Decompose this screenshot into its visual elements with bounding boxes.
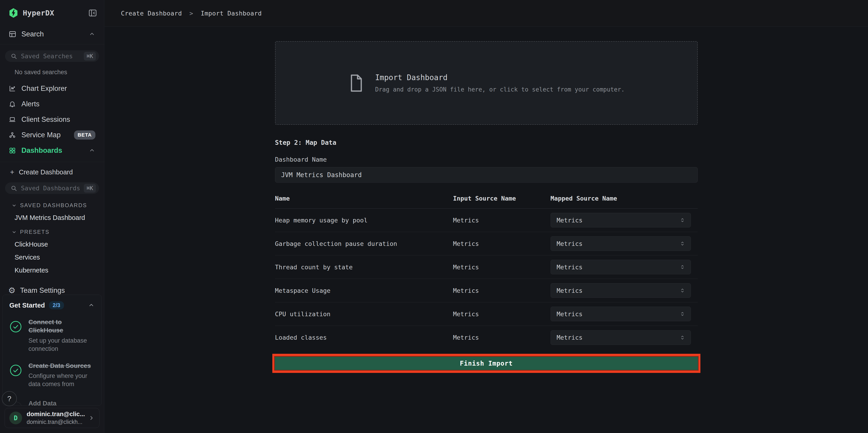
sidebar-item-services[interactable]: Services [14, 254, 104, 261]
table-row: Heap memory usage by pool Metrics Metric… [275, 209, 698, 232]
bell-icon [9, 100, 17, 108]
column-header-name: Name [275, 195, 453, 202]
sidebar-section-search[interactable]: Search [0, 30, 104, 38]
select-value: Metrics [557, 240, 583, 247]
import-dropzone[interactable]: Import Dashboard Drag and drop a JSON fi… [275, 41, 698, 125]
chevron-up-icon [89, 147, 95, 154]
breadcrumb-separator: > [189, 10, 193, 17]
saved-dashboards-group[interactable]: SAVED DASHBOARDS [11, 202, 104, 209]
get-started-header[interactable]: Get Started 2/3 [9, 301, 95, 309]
hyperdx-logo-icon [9, 8, 18, 18]
get-started-item-title: Add Data [28, 399, 95, 406]
get-started-item-subtitle: Configure where your data comes from [28, 372, 95, 389]
main-content: Import Dashboard Drag and drop a JSON fi… [104, 27, 868, 433]
row-name: Heap memory usage by pool [275, 217, 453, 224]
select-value: Metrics [557, 287, 583, 294]
up-down-caret-icon [679, 334, 686, 341]
sidebar-bottom: Get Started 2/3 Connect to ClickHouse Se… [0, 295, 104, 433]
topbar: Create Dashboard > Import Dashboard [104, 0, 868, 27]
search-icon [10, 53, 17, 60]
red-highlight-annotation: Finish Import [272, 354, 701, 373]
row-name: Garbage collection pause duration [275, 240, 453, 247]
mapped-source-select[interactable]: Metrics [551, 283, 691, 298]
get-started-item-add-data[interactable]: Add Data Start sending logs, metrics, or… [9, 399, 95, 406]
up-down-caret-icon [679, 217, 686, 223]
progress-badge: 2/3 [49, 301, 64, 309]
mapped-source-select[interactable]: Metrics [551, 236, 691, 251]
search-icon [10, 185, 17, 192]
sidebar-divider [0, 44, 104, 44]
get-started-item-connect[interactable]: Connect to ClickHouse Set up your databa… [9, 318, 95, 353]
chart-icon [9, 85, 17, 92]
get-started-item-title: Create Data Sources [28, 362, 95, 370]
column-header-input-source: Input Source Name [453, 195, 551, 202]
sidebar-item-service-map[interactable]: Service Map BETA [0, 127, 104, 143]
create-dashboard-label: Create Dashboard [19, 168, 73, 176]
table-row: Metaspace Usage Metrics Metrics [275, 279, 698, 302]
row-name: Metaspace Usage [275, 287, 453, 294]
create-dashboard-button[interactable]: + Create Dashboard [0, 168, 104, 177]
sidebar-item-jvm-metrics-dashboard[interactable]: JVM Metrics Dashboard [14, 214, 104, 221]
sidebar-item-dashboards[interactable]: Dashboards [0, 143, 104, 158]
shortcut-badge: ⌘K [84, 184, 96, 193]
presets-group[interactable]: PRESETS [11, 229, 104, 235]
row-input-source: Metrics [453, 287, 551, 294]
up-down-caret-icon [679, 287, 686, 294]
sidebar-item-chart-explorer[interactable]: Chart Explorer [0, 81, 104, 96]
nav-label: Chart Explorer [22, 85, 67, 93]
sidebar-divider [0, 162, 104, 162]
row-input-source: Metrics [453, 334, 551, 341]
get-started-item-sources[interactable]: Create Data Sources Configure where your… [9, 362, 95, 389]
help-button[interactable]: ? [2, 391, 17, 406]
user-menu[interactable]: D dominic.tran@clic... dominic.tran@clic… [5, 408, 99, 428]
dashboards-grid-icon [9, 147, 17, 154]
check-circle-icon [9, 364, 23, 389]
sidebar-item-kubernetes[interactable]: Kubernetes [14, 267, 104, 274]
group-label-text: SAVED DASHBOARDS [20, 202, 87, 209]
row-name: Thread count by state [275, 264, 453, 271]
mapped-source-select[interactable]: Metrics [551, 330, 691, 345]
nav-label: Client Sessions [22, 116, 70, 124]
up-down-caret-icon [679, 240, 686, 247]
check-circle-icon [9, 320, 23, 353]
mapped-source-select[interactable]: Metrics [551, 213, 691, 227]
row-input-source: Metrics [453, 311, 551, 317]
service-map-icon [9, 131, 17, 138]
get-started-item-subtitle: Set up your database connection [28, 337, 95, 353]
get-started-item-title: Connect to ClickHouse [28, 318, 95, 335]
finish-import-button[interactable]: Finish Import [275, 357, 698, 370]
table-icon [9, 30, 17, 38]
select-value: Metrics [557, 311, 583, 317]
breadcrumb-create-dashboard[interactable]: Create Dashboard [121, 10, 182, 17]
nav-label: Alerts [22, 100, 39, 108]
search-section-label: Search [22, 30, 44, 38]
row-input-source: Metrics [453, 264, 551, 271]
row-name: Loaded classes [275, 334, 453, 341]
sidebar-nav: Chart Explorer Alerts Client Sessions [0, 81, 104, 158]
sidebar-item-team-settings[interactable]: ⚙ Team Settings [0, 286, 104, 295]
gear-icon: ⚙ [8, 286, 16, 295]
select-value: Metrics [557, 217, 583, 224]
collapse-sidebar-icon[interactable] [88, 8, 97, 18]
sidebar-item-clickhouse[interactable]: ClickHouse [14, 241, 104, 248]
dropzone-title: Import Dashboard [375, 73, 625, 82]
shortcut-badge: ⌘K [84, 52, 96, 61]
mapped-source-select[interactable]: Metrics [551, 307, 691, 321]
chevron-down-icon [11, 203, 17, 208]
saved-searches-input[interactable] [21, 53, 84, 60]
saved-dashboards-input[interactable] [21, 185, 84, 192]
select-value: Metrics [557, 264, 583, 271]
nav-label: Service Map [22, 131, 61, 139]
saved-searches-search[interactable]: ⌘K [5, 50, 99, 62]
saved-dashboards-search[interactable]: ⌘K [5, 182, 99, 194]
breadcrumb: Create Dashboard > Import Dashboard [121, 10, 261, 17]
dashboard-name-input[interactable] [275, 167, 698, 183]
beta-badge: BETA [74, 130, 95, 140]
mapped-source-select[interactable]: Metrics [551, 260, 691, 274]
no-saved-searches-note: No saved searches [14, 69, 104, 76]
row-input-source: Metrics [453, 217, 551, 224]
sidebar-item-alerts[interactable]: Alerts [0, 96, 104, 112]
table-row: Thread count by state Metrics Metrics [275, 255, 698, 279]
team-settings-label: Team Settings [20, 286, 65, 295]
sidebar-item-client-sessions[interactable]: Client Sessions [0, 112, 104, 127]
